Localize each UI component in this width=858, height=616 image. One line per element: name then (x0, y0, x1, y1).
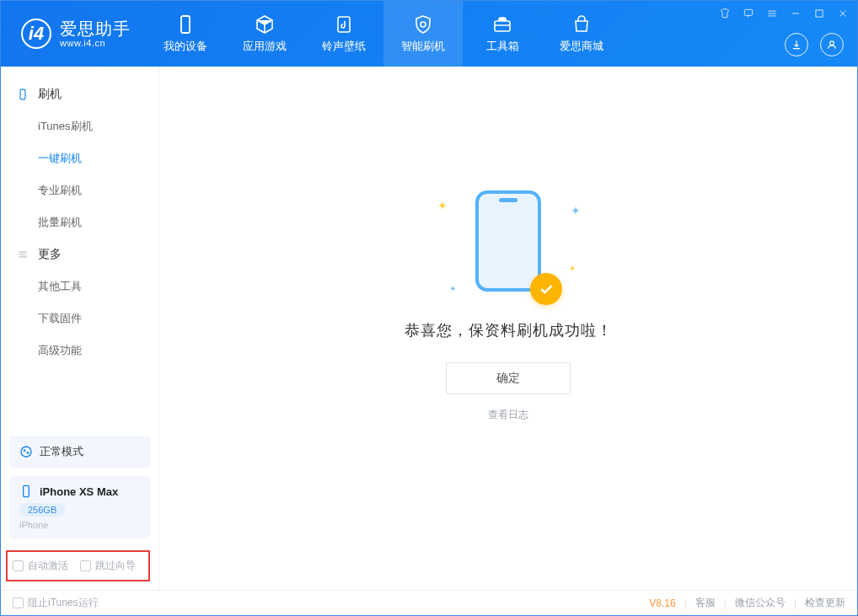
success-check-icon (530, 273, 562, 305)
svg-rect-10 (24, 485, 29, 496)
sidebar-category-more: 更多 (1, 238, 158, 271)
sidebar: 刷机 iTunes刷机 一键刷机 专业刷机 批量刷机 更多 其他工具 下载固件 … (1, 67, 159, 590)
checkbox-skip-setup[interactable]: 跳过向导 (80, 559, 136, 573)
success-illustration: ✦ ✦ ✦ ✦ (432, 184, 584, 302)
sidebar-item-oneclick-flash[interactable]: 一键刷机 (1, 142, 158, 174)
checkbox-icon (13, 597, 24, 608)
sidebar-cat-label: 更多 (38, 247, 62, 262)
sparkle-icon: ✦ (449, 284, 456, 293)
checkbox-icon (13, 560, 24, 571)
sparkle-icon: ✦ (569, 264, 576, 273)
sparkle-icon: ✦ (437, 199, 448, 212)
download-icon[interactable] (785, 33, 808, 56)
checkbox-icon (80, 560, 91, 571)
user-icon[interactable] (820, 33, 844, 56)
nav-label: 我的设备 (164, 39, 207, 54)
nav-ringtones[interactable]: 铃声壁纸 (304, 1, 383, 67)
nav-apps[interactable]: 应用游戏 (225, 1, 304, 67)
phone-icon (175, 14, 196, 35)
music-file-icon (334, 14, 354, 35)
device-type: iPhone (19, 520, 140, 530)
svg-point-9 (27, 452, 29, 454)
sidebar-item-advanced[interactable]: 高级功能 (1, 335, 158, 367)
menu-icon[interactable] (764, 6, 780, 21)
logo-icon: i4 (21, 19, 51, 49)
nav-label: 应用游戏 (243, 39, 287, 54)
sidebar-item-itunes-flash[interactable]: iTunes刷机 (1, 110, 158, 142)
svg-point-5 (830, 41, 834, 46)
support-link[interactable]: 客服 (695, 596, 716, 610)
sparkle-icon: ✦ (571, 204, 581, 217)
logo-area: i4 爱思助手 www.i4.cn (1, 1, 146, 67)
version-label: V8.16 (649, 597, 675, 609)
sidebar-item-batch-flash[interactable]: 批量刷机 (1, 206, 158, 238)
mode-label: 正常模式 (40, 444, 83, 459)
device-info-card[interactable]: iPhone XS Max 256GB iPhone (9, 476, 150, 538)
app-subtitle: www.i4.cn (60, 38, 131, 48)
nav-label: 爱思商城 (560, 39, 603, 54)
device-mode-card[interactable]: 正常模式 (9, 436, 150, 468)
svg-rect-1 (338, 17, 350, 32)
success-message: 恭喜您，保资料刷机成功啦！ (405, 320, 613, 340)
toolbox-icon (492, 14, 512, 35)
list-icon (16, 248, 29, 261)
phone-small-icon (16, 88, 29, 101)
feedback-icon[interactable] (741, 6, 756, 21)
maximize-button[interactable] (812, 6, 827, 21)
device-storage-badge: 256GB (19, 503, 65, 517)
nav-my-device[interactable]: 我的设备 (146, 1, 225, 67)
checkbox-label: 阻止iTunes运行 (28, 596, 99, 610)
svg-rect-0 (181, 16, 190, 33)
nav-toolbox[interactable]: 工具箱 (463, 1, 542, 67)
svg-point-8 (24, 449, 26, 452)
checkbox-block-itunes[interactable]: 阻止iTunes运行 (13, 596, 99, 610)
nav-label: 工具箱 (486, 39, 519, 54)
header-action-icons (785, 33, 844, 56)
nav-flash[interactable]: 智能刷机 (383, 1, 463, 67)
svg-rect-2 (495, 21, 510, 31)
phone-illustration-icon (475, 190, 541, 292)
status-bar: 阻止iTunes运行 V8.16 | 客服 | 微信公众号 | 检查更新 (1, 590, 857, 615)
sidebar-item-pro-flash[interactable]: 专业刷机 (1, 174, 158, 206)
cube-icon (255, 14, 275, 35)
close-button[interactable] (835, 6, 850, 21)
nav-label: 铃声壁纸 (322, 39, 366, 54)
svg-rect-6 (20, 89, 25, 99)
shield-refresh-icon (413, 14, 433, 35)
sidebar-category-flash: 刷机 (1, 78, 158, 110)
sidebar-item-other-tools[interactable]: 其他工具 (1, 271, 158, 303)
highlighted-options-box: 自动激活 跳过向导 (6, 550, 150, 581)
minimize-button[interactable] (788, 6, 803, 21)
sidebar-cat-label: 刷机 (38, 87, 62, 102)
main-content: ✦ ✦ ✦ ✦ 恭喜您，保资料刷机成功啦！ 确定 查看日志 (159, 67, 857, 590)
app-header: i4 爱思助手 www.i4.cn 我的设备 应用游戏 铃声壁纸 智能刷机 工具… (1, 1, 857, 67)
sidebar-item-firmware[interactable]: 下载固件 (1, 303, 158, 335)
nav-store[interactable]: 爱思商城 (542, 1, 621, 67)
top-nav: 我的设备 应用游戏 铃声壁纸 智能刷机 工具箱 爱思商城 (146, 1, 621, 67)
svg-point-7 (21, 447, 31, 457)
nav-label: 智能刷机 (401, 39, 445, 54)
view-log-link[interactable]: 查看日志 (488, 408, 528, 422)
checkbox-label: 自动激活 (28, 559, 68, 573)
check-update-link[interactable]: 检查更新 (805, 596, 845, 610)
svg-rect-4 (816, 10, 823, 17)
ok-button[interactable]: 确定 (446, 362, 571, 394)
app-title: 爱思助手 (60, 19, 131, 38)
device-name: iPhone XS Max (40, 485, 118, 498)
checkbox-label: 跳过向导 (95, 559, 136, 573)
bag-icon (571, 14, 592, 35)
wechat-link[interactable]: 微信公众号 (735, 596, 786, 610)
window-controls (717, 6, 850, 21)
checkbox-auto-activate[interactable]: 自动激活 (13, 559, 68, 573)
svg-rect-3 (744, 9, 752, 15)
skin-icon[interactable] (717, 6, 732, 21)
